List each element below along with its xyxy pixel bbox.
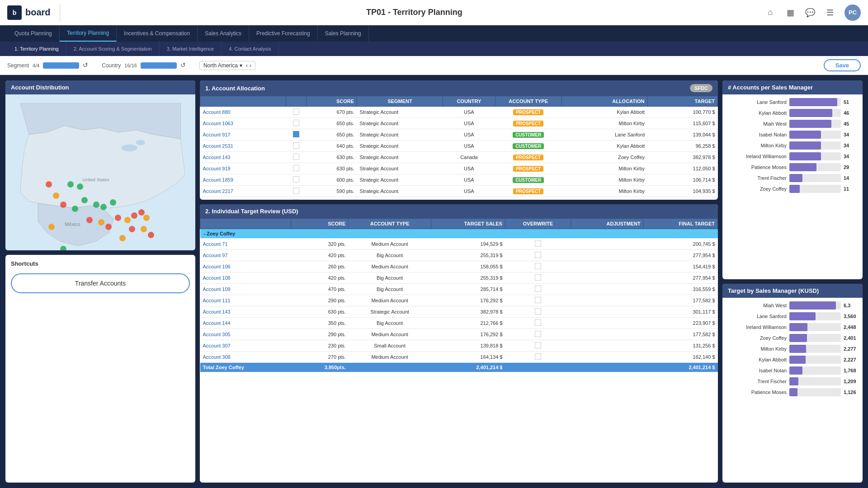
th-segment: SEGMENT: [357, 96, 443, 107]
adjustment: [571, 329, 643, 340]
table-row[interactable]: Account 111 290 pts. Medium Account 176,…: [200, 295, 718, 306]
table-row[interactable]: Account 109 470 pts. Big Account 285,714…: [200, 284, 718, 295]
account-name: Account 1063: [200, 118, 286, 129]
nav-territory-planning[interactable]: Territory Planning: [60, 25, 117, 42]
table-row[interactable]: Account 143 630 pts. Strategic Account 3…: [200, 306, 718, 318]
table-row[interactable]: Account 305 290 pts. Medium Account 176,…: [200, 329, 718, 340]
nav-incentives[interactable]: Incentives & Compensation: [117, 25, 198, 42]
dashboard-icon[interactable]: ▦: [785, 7, 796, 18]
sub-nav-contact-analysis[interactable]: 4. Contact Analysis: [222, 42, 279, 56]
table-row[interactable]: Account 2531 640 pts. Strategic Account …: [200, 141, 718, 152]
bar-label: Patience Moses: [728, 389, 787, 395]
row-checkbox[interactable]: [286, 141, 306, 152]
bar-fill: [789, 185, 800, 193]
sub-nav-market-intel[interactable]: 3. Market Intelligence: [160, 42, 222, 56]
save-button[interactable]: Save: [824, 59, 861, 71]
svg-point-0: [121, 144, 137, 151]
overwrite-checkbox[interactable]: [505, 352, 571, 363]
row-checkbox[interactable]: [286, 197, 306, 200]
account-name: Account 2997: [200, 197, 286, 200]
country-refresh-icon[interactable]: ↺: [180, 61, 189, 70]
table-row[interactable]: Account 108 420 pts. Big Account 255,319…: [200, 272, 718, 284]
score: 630 pts.: [306, 152, 357, 163]
adjustment: [571, 250, 643, 261]
account-type: PROSPECT: [495, 152, 561, 163]
overwrite-checkbox[interactable]: [505, 340, 571, 352]
row-checkbox[interactable]: [286, 129, 306, 141]
individual-target-title: 2. Individual Target Review (USD): [200, 204, 718, 218]
region-selector[interactable]: North America ▾ ‹ ›: [199, 61, 255, 70]
bar-row: Trent Fischer 14: [728, 174, 857, 182]
table-row[interactable]: Account 1859 600 pts. Strategic Account …: [200, 174, 718, 186]
table-row[interactable]: Account 919 630 pts. Strategic Account U…: [200, 163, 718, 174]
bar-fill: [789, 312, 816, 320]
sfdc-badge[interactable]: SFDC: [690, 84, 712, 92]
home-icon[interactable]: ⌂: [765, 7, 776, 18]
score: 290 pts.: [291, 295, 349, 306]
table-row[interactable]: Account 71 320 pts. Medium Account 194,5…: [200, 239, 718, 250]
table-row[interactable]: Account 880 670 pts. Strategic Account U…: [200, 107, 718, 118]
region-prev-icon[interactable]: ‹: [246, 62, 248, 69]
table-row[interactable]: Account 106 260 pts. Medium Account 158,…: [200, 261, 718, 272]
country: USA: [443, 163, 495, 174]
bar-row: Ireland Williamson 34: [728, 152, 857, 160]
table-row[interactable]: Account 1063 650 pts. Strategic Account …: [200, 118, 718, 129]
table-row[interactable]: Account 308 270 pts. Medium Account 164,…: [200, 352, 718, 363]
account-type: Big Account: [349, 272, 431, 284]
overwrite-checkbox[interactable]: [505, 261, 571, 272]
table-row[interactable]: Account 143 630 pts. Strategic Account C…: [200, 152, 718, 163]
score: 650 pts.: [306, 118, 357, 129]
nav-sales-planning[interactable]: Sales Planning: [318, 25, 369, 42]
sub-nav-account-scoring[interactable]: 2. Account Scoring & Segmentation: [66, 42, 160, 56]
top-icons: ⌂ ▦ 💬 ☰ PC: [765, 5, 861, 21]
target-sales: 139,818 $: [431, 340, 505, 352]
chat-icon[interactable]: 💬: [805, 7, 816, 18]
transfer-accounts-button[interactable]: Transfer Accounts: [11, 273, 190, 293]
bar-value: 29: [844, 164, 857, 170]
bar-value: 34: [844, 132, 857, 137]
target: 115,607 $: [647, 118, 717, 129]
row-checkbox[interactable]: [286, 152, 306, 163]
table-row[interactable]: Account 2217 590 pts. Strategic Account …: [200, 186, 718, 197]
avatar[interactable]: PC: [844, 5, 861, 21]
nav-sales-analytics[interactable]: Sales Analytics: [198, 25, 249, 42]
table-row[interactable]: Account 917 650 pts. Strategic Account U…: [200, 129, 718, 141]
table-row[interactable]: Account 144 350 pts. Big Account 212,766…: [200, 318, 718, 329]
score: 270 pts.: [291, 352, 349, 363]
row-checkbox[interactable]: [286, 107, 306, 118]
overwrite-checkbox[interactable]: [505, 329, 571, 340]
bar-label: Isabel Nolan: [728, 132, 787, 137]
table-row[interactable]: Account 307 230 pts. Small Account 139,8…: [200, 340, 718, 352]
region-next-icon[interactable]: ›: [250, 62, 251, 69]
table-row[interactable]: Account 97 420 pts. Big Account 255,319 …: [200, 250, 718, 261]
menu-icon[interactable]: ☰: [825, 7, 835, 18]
overwrite-checkbox[interactable]: [505, 306, 571, 318]
row-checkbox[interactable]: [286, 163, 306, 174]
segment-refresh-icon[interactable]: ↺: [83, 61, 91, 70]
account-type: Medium Account: [349, 352, 431, 363]
overwrite-checkbox[interactable]: [505, 318, 571, 329]
overwrite-checkbox[interactable]: [505, 284, 571, 295]
nav-predictive[interactable]: Predictive Forecasting: [249, 25, 318, 42]
overwrite-checkbox[interactable]: [505, 295, 571, 306]
overwrite-checkbox[interactable]: [505, 239, 571, 250]
account-type: PROSPECT: [495, 118, 561, 129]
row-checkbox[interactable]: [286, 174, 306, 186]
row-checkbox[interactable]: [286, 118, 306, 129]
overwrite-checkbox[interactable]: [505, 272, 571, 284]
allocation-table-wrap[interactable]: SCORE SEGMENT COUNTRY ACCOUNT TYPE ALLOC…: [200, 96, 718, 200]
bar-track: [789, 163, 841, 171]
th-adjustment: ADJUSTMENT: [571, 219, 643, 229]
nav-quota-planning[interactable]: Quota Planning: [7, 25, 60, 42]
table-row[interactable]: Account 2997 590 pts. Strategic Account …: [200, 197, 718, 200]
segment-group: Segment 4/4 ↺: [7, 61, 91, 70]
overwrite-checkbox[interactable]: [505, 250, 571, 261]
sub-nav-territory-planning[interactable]: 1. Territory Planning: [7, 42, 66, 56]
bar-fill: [789, 174, 802, 182]
target: 66,750 $: [647, 197, 717, 200]
total-row: Total Zoey Coffey 3,950pts. 2,401,214 $ …: [200, 363, 718, 372]
bar-track: [789, 301, 841, 310]
segment-progress: [43, 62, 79, 69]
row-checkbox[interactable]: [286, 186, 306, 197]
individual-target-table-wrap[interactable]: SCORE ACCOUNT TYPE TARGET SALES OVERWRIT…: [200, 218, 718, 483]
